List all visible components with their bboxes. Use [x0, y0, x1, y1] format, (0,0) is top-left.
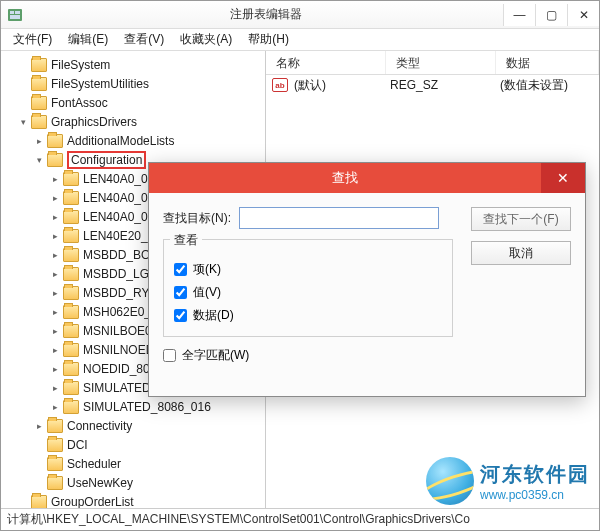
tree-node[interactable]: ▾GraphicsDrivers	[1, 112, 265, 131]
find-next-button[interactable]: 查找下一个(F)	[471, 207, 571, 231]
expand-icon[interactable]: ▸	[49, 306, 61, 318]
expand-icon	[17, 496, 29, 508]
window-title: 注册表编辑器	[29, 6, 503, 23]
expand-icon[interactable]: ▸	[49, 363, 61, 375]
menu-favorites[interactable]: 收藏夹(A)	[172, 29, 240, 50]
menu-edit[interactable]: 编辑(E)	[60, 29, 116, 50]
expand-icon[interactable]: ▸	[49, 173, 61, 185]
close-button[interactable]: ✕	[567, 4, 599, 26]
svg-rect-3	[10, 15, 20, 19]
tree-node-label: Connectivity	[67, 419, 132, 433]
expand-icon[interactable]: ▸	[49, 230, 61, 242]
tree-node-label: LEN40A0_00	[83, 191, 154, 205]
tree-node-label: LEN40A0_00	[83, 210, 154, 224]
find-lookat-group: 查看 项(K) 值(V) 数据(D)	[163, 239, 453, 337]
find-check-data-box[interactable]	[174, 309, 187, 322]
watermark-title: 河东软件园	[480, 461, 590, 488]
folder-icon	[47, 457, 63, 471]
tree-node[interactable]: DCI	[1, 435, 265, 454]
expand-icon[interactable]: ▸	[49, 344, 61, 356]
expand-icon	[33, 439, 45, 451]
folder-icon	[63, 400, 79, 414]
menu-view[interactable]: 查看(V)	[116, 29, 172, 50]
folder-icon	[63, 305, 79, 319]
tree-node[interactable]: GroupOrderList	[1, 492, 265, 508]
titlebar: 注册表编辑器 — ▢ ✕	[1, 1, 599, 29]
tree-node[interactable]: ▸Connectivity	[1, 416, 265, 435]
find-check-wholeword-box[interactable]	[163, 349, 176, 362]
tree-node[interactable]: Scheduler	[1, 454, 265, 473]
find-check-values[interactable]: 值(V)	[174, 284, 442, 301]
watermark-url: www.pc0359.cn	[480, 488, 590, 502]
folder-icon	[63, 286, 79, 300]
expand-icon[interactable]: ▸	[33, 420, 45, 432]
folder-icon	[63, 191, 79, 205]
find-target-label: 查找目标(N):	[163, 210, 239, 227]
expand-icon	[17, 59, 29, 71]
folder-icon	[47, 476, 63, 490]
expand-icon	[17, 78, 29, 90]
folder-icon	[31, 77, 47, 91]
find-dialog: 查找 ✕ 查找目标(N): 查看 项(K) 值(V) 数据(D)	[148, 162, 586, 397]
tree-node-label: GroupOrderList	[51, 495, 134, 509]
tree-node[interactable]: ▸AdditionalModeLists	[1, 131, 265, 150]
folder-icon	[47, 419, 63, 433]
cell-data: (数值未设置)	[500, 77, 568, 94]
folder-icon	[63, 343, 79, 357]
find-dialog-body: 查找目标(N): 查看 项(K) 值(V) 数据(D)	[149, 193, 585, 396]
folder-icon	[47, 134, 63, 148]
tree-node-label: Scheduler	[67, 457, 121, 471]
expand-icon[interactable]: ▸	[33, 135, 45, 147]
globe-icon	[426, 457, 474, 505]
find-check-wholeword[interactable]: 全字匹配(W)	[163, 347, 571, 364]
folder-icon	[31, 115, 47, 129]
list-row[interactable]: ab (默认) REG_SZ (数值未设置)	[266, 75, 599, 95]
list-header: 名称 类型 数据	[266, 51, 599, 75]
find-dialog-close-button[interactable]: ✕	[541, 163, 585, 193]
find-target-input[interactable]	[239, 207, 439, 229]
menu-file[interactable]: 文件(F)	[5, 29, 60, 50]
folder-icon	[63, 362, 79, 376]
tree-node-label: Configuration	[67, 151, 146, 169]
find-check-keys-box[interactable]	[174, 263, 187, 276]
expand-icon[interactable]: ▸	[49, 325, 61, 337]
expand-icon[interactable]: ▾	[17, 116, 29, 128]
expand-icon[interactable]: ▸	[49, 382, 61, 394]
minimize-button[interactable]: —	[503, 4, 535, 26]
find-check-values-box[interactable]	[174, 286, 187, 299]
find-check-keys[interactable]: 项(K)	[174, 261, 442, 278]
folder-icon	[63, 172, 79, 186]
status-path: 计算机\HKEY_LOCAL_MACHINE\SYSTEM\ControlSet…	[7, 511, 470, 528]
expand-icon[interactable]: ▾	[33, 154, 45, 166]
folder-icon	[63, 229, 79, 243]
tree-node[interactable]: FileSystemUtilities	[1, 74, 265, 93]
watermark: 河东软件园 www.pc0359.cn	[426, 457, 590, 505]
expand-icon[interactable]: ▸	[49, 401, 61, 413]
find-lookat-legend: 查看	[170, 232, 202, 249]
folder-icon	[63, 324, 79, 338]
tree-node-label: FontAssoc	[51, 96, 108, 110]
cell-name: (默认)	[294, 77, 390, 94]
menu-help[interactable]: 帮助(H)	[240, 29, 297, 50]
expand-icon[interactable]: ▸	[49, 268, 61, 280]
folder-icon	[31, 96, 47, 110]
expand-icon[interactable]: ▸	[49, 192, 61, 204]
find-dialog-titlebar[interactable]: 查找 ✕	[149, 163, 585, 193]
col-name[interactable]: 名称	[266, 51, 386, 74]
maximize-button[interactable]: ▢	[535, 4, 567, 26]
find-check-data[interactable]: 数据(D)	[174, 307, 442, 324]
expand-icon	[33, 458, 45, 470]
expand-icon[interactable]: ▸	[49, 211, 61, 223]
find-cancel-button[interactable]: 取消	[471, 241, 571, 265]
tree-node[interactable]: UseNewKey	[1, 473, 265, 492]
expand-icon[interactable]: ▸	[49, 249, 61, 261]
col-data[interactable]: 数据	[496, 51, 599, 74]
col-type[interactable]: 类型	[386, 51, 496, 74]
tree-node[interactable]: ▸SIMULATED_8086_016	[1, 397, 265, 416]
expand-icon[interactable]: ▸	[49, 287, 61, 299]
statusbar: 计算机\HKEY_LOCAL_MACHINE\SYSTEM\ControlSet…	[1, 508, 599, 530]
tree-node[interactable]: FileSystem	[1, 55, 265, 74]
folder-icon	[31, 495, 47, 509]
tree-node[interactable]: FontAssoc	[1, 93, 265, 112]
expand-icon	[17, 97, 29, 109]
